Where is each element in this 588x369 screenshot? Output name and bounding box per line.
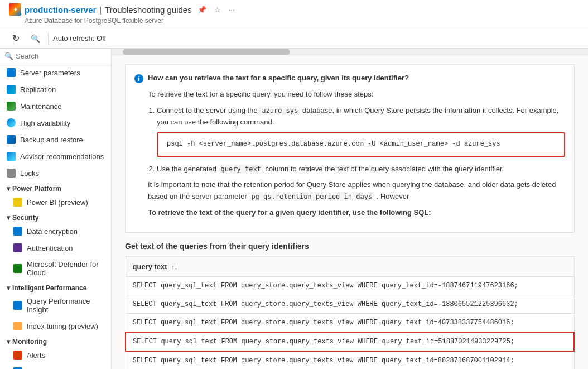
query-table-body: SELECT query_sql_text FROM query_store.q… xyxy=(126,276,574,369)
section-ip-collapse-icon: ▾ xyxy=(7,284,10,292)
row-2-cell: SELECT query_sql_text FROM query_store.q… xyxy=(126,295,574,313)
sidebar-label-index: Index tuning (preview) xyxy=(27,322,98,330)
sidebar-label-auth: Authentication xyxy=(27,244,73,252)
step-1: Connect to the server using the azure_sy… xyxy=(157,105,565,128)
ha-icon xyxy=(7,118,16,127)
query-text-header[interactable]: query text ↑↓ xyxy=(126,256,574,276)
lock-icon xyxy=(7,169,16,178)
note-text: It is important to note that the retenti… xyxy=(148,179,565,203)
table-title: Get text of the queries from their query… xyxy=(125,242,575,251)
question-title: How can you retrieve the text for a spec… xyxy=(148,74,409,82)
question-body: To retrieve the text for a specific quer… xyxy=(148,89,565,219)
section-monitoring-collapse-icon: ▾ xyxy=(7,338,10,346)
header-separator: | xyxy=(99,5,102,15)
sidebar-item-backup-restore[interactable]: Backup and restore xyxy=(0,131,111,148)
index-icon xyxy=(13,322,22,330)
sidebar: 🔍 ✕ ‹ Server parameters Replication Main… xyxy=(0,49,112,369)
alerts-icon xyxy=(13,351,22,360)
sidebar-label-defender: Microsoft Defender for Cloud xyxy=(27,260,104,277)
toolbar: ↻ 🔍 Auto refresh: Off xyxy=(0,28,588,49)
table-row-highlighted: SELECT query_sql_text FROM query_store.q… xyxy=(126,332,574,351)
backup-icon xyxy=(7,135,16,144)
sidebar-label-backup: Backup and restore xyxy=(20,136,83,144)
header-subtitle: Azure Database for PostgreSQL flexible s… xyxy=(25,17,579,25)
section-power-platform[interactable]: ▾ Power Platform xyxy=(0,181,111,194)
table-section: Get text of the queries from their query… xyxy=(112,233,588,369)
sidebar-item-authentication[interactable]: Authentication xyxy=(0,239,111,256)
main-layout: 🔍 ✕ ‹ Server parameters Replication Main… xyxy=(0,49,588,369)
auto-refresh-label: Auto refresh: Off xyxy=(53,34,106,42)
star-button[interactable]: ☆ xyxy=(212,4,223,15)
row-5-cell: SELECT query_sql_text FROM query_store.q… xyxy=(126,351,574,369)
auth-icon xyxy=(13,243,22,252)
powerbi-icon xyxy=(13,198,22,207)
search-row: 🔍 ✕ ‹ xyxy=(0,49,111,64)
bold-note: To retrieve the text of the query for a … xyxy=(148,207,565,219)
sidebar-item-query-performance[interactable]: Query Performance Insight xyxy=(0,293,111,318)
sort-icon: ↑↓ xyxy=(171,263,177,270)
replication-icon xyxy=(7,85,16,94)
question-body-text: To retrieve the text for a specific quer… xyxy=(148,90,373,98)
refresh-button[interactable]: ↻ xyxy=(9,32,23,45)
info-icon: i xyxy=(134,74,143,83)
search-input[interactable] xyxy=(16,52,109,60)
table-header-row: query text ↑↓ xyxy=(126,256,574,276)
header: ✦ production-server | Troubleshooting gu… xyxy=(0,0,588,28)
advisor-icon xyxy=(7,152,16,161)
sidebar-item-replication[interactable]: Replication xyxy=(0,81,111,98)
question-header: i How can you retrieve the text for a sp… xyxy=(134,74,565,83)
sidebar-label-powerbi: Power BI (preview) xyxy=(27,198,88,207)
table-row: SELECT query_sql_text FROM query_store.q… xyxy=(126,351,574,369)
sidebar-item-alerts[interactable]: Alerts xyxy=(0,347,111,363)
sidebar-label-advisor: Advisor recommendations xyxy=(20,152,104,161)
page-title: Troubleshooting guides xyxy=(105,5,191,15)
horizontal-scroll-thumb[interactable] xyxy=(123,49,290,55)
server-name: production-server xyxy=(25,5,96,15)
question-box: i How can you retrieve the text for a sp… xyxy=(125,64,575,233)
header-top: ✦ production-server | Troubleshooting gu… xyxy=(9,3,579,16)
sidebar-item-metrics[interactable]: Metrics xyxy=(0,363,111,369)
row-1-cell: SELECT query_sql_text FROM query_store.q… xyxy=(126,276,574,295)
content-area: i How can you retrieve the text for a sp… xyxy=(112,49,588,369)
search-icon: 🔍 xyxy=(4,52,13,60)
section-intelligent-performance[interactable]: ▾ Intelligent Performance xyxy=(0,281,111,293)
search-query-button[interactable]: 🔍 xyxy=(27,33,44,44)
defender-icon xyxy=(13,264,22,273)
toolbar-divider xyxy=(48,33,49,44)
sidebar-label-locks: Locks xyxy=(20,169,39,178)
sidebar-label-encryption: Data encryption xyxy=(27,227,78,236)
server-params-icon xyxy=(7,68,16,77)
maintenance-icon xyxy=(7,102,16,111)
pin-button[interactable]: 📌 xyxy=(195,4,209,15)
sidebar-item-server-parameters[interactable]: Server parameters xyxy=(0,64,111,81)
encryption-icon xyxy=(13,227,22,236)
code-block: psql -h <server_name>.postgres.database.… xyxy=(157,132,565,156)
sidebar-label-qpi: Query Performance Insight xyxy=(27,297,104,314)
sidebar-item-defender[interactable]: Microsoft Defender for Cloud xyxy=(0,256,111,281)
sidebar-item-index-tuning[interactable]: Index tuning (preview) xyxy=(0,318,111,334)
more-button[interactable]: ··· xyxy=(226,4,237,15)
table-row: SELECT query_sql_text FROM query_store.q… xyxy=(126,276,574,295)
row-4-cell: SELECT query_sql_text FROM query_store.q… xyxy=(126,332,574,351)
sidebar-label-replication: Replication xyxy=(20,85,56,94)
sidebar-item-power-bi[interactable]: Power BI (preview) xyxy=(0,194,111,210)
section-security[interactable]: ▾ Security xyxy=(0,210,111,223)
horizontal-scroll-track[interactable] xyxy=(112,49,588,55)
sidebar-label-server-parameters: Server parameters xyxy=(20,69,80,77)
step-2: Use the generated query text column to r… xyxy=(157,164,565,175)
section-monitoring[interactable]: ▾ Monitoring xyxy=(0,334,111,347)
sidebar-label-maintenance: Maintenance xyxy=(20,102,61,111)
sidebar-item-maintenance[interactable]: Maintenance xyxy=(0,98,111,114)
sidebar-item-high-availability[interactable]: High availability xyxy=(0,114,111,131)
sidebar-item-locks[interactable]: Locks xyxy=(0,165,111,181)
section-security-collapse-icon: ▾ xyxy=(7,214,10,222)
sidebar-item-advisor[interactable]: Advisor recommendations xyxy=(0,148,111,165)
sidebar-item-data-encryption[interactable]: Data encryption xyxy=(0,223,111,239)
table-row: SELECT query_sql_text FROM query_store.q… xyxy=(126,295,574,313)
section-collapse-icon: ▾ xyxy=(7,185,10,193)
azure-logo: ✦ xyxy=(9,3,21,16)
info-section: i How can you retrieve the text for a sp… xyxy=(112,55,588,233)
table-row: SELECT query_sql_text FROM query_store.q… xyxy=(126,313,574,332)
sidebar-label-high-availability: High availability xyxy=(20,119,70,127)
query-table: query text ↑↓ SELECT query_sql_text FROM… xyxy=(125,256,575,369)
